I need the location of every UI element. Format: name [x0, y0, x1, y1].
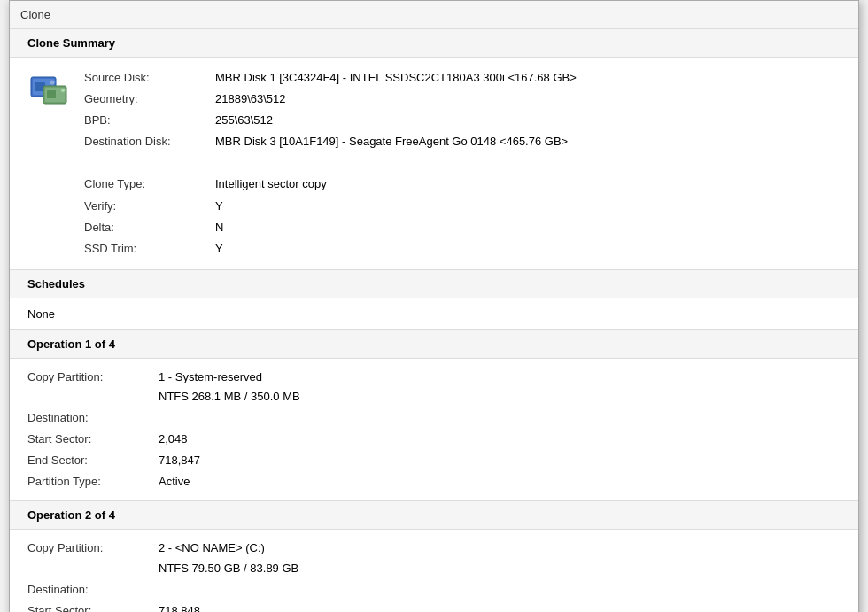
window-title: Clone: [20, 8, 50, 21]
schedules-header: Schedules: [10, 270, 858, 298]
op2-copy-partition-label: Copy Partition:: [27, 538, 151, 577]
verify-value: Y: [215, 197, 577, 216]
schedules-content: None: [10, 298, 858, 330]
op2-destination-value: [159, 580, 841, 600]
geometry-label: Geometry:: [84, 89, 208, 109]
op1-end-sector-label: End Sector:: [27, 451, 151, 470]
title-bar: Clone: [10, 1, 858, 29]
op1-destination-label: Destination:: [27, 408, 151, 428]
geometry-value: 21889\63\512: [215, 89, 577, 109]
svg-rect-7: [47, 90, 56, 98]
operation2-content: Copy Partition: 2 - <NO NAME> (C:) NTFS …: [10, 530, 858, 612]
operation1-content: Copy Partition: 1 - System-reserved NTFS…: [10, 359, 858, 502]
spacer-label: [84, 153, 208, 173]
op2-copy-partition-value: 2 - <NO NAME> (C:) NTFS 79.50 GB / 83.89…: [159, 538, 841, 577]
op1-end-sector-value: 718,847: [159, 451, 841, 470]
bpb-value: 255\63\512: [215, 111, 577, 130]
svg-point-8: [61, 89, 66, 93]
source-disk-value: MBR Disk 1 [3C4324F4] - INTEL SSDSC2CT18…: [215, 68, 577, 88]
op1-start-sector-value: 2,048: [159, 430, 841, 449]
op1-copy-partition-value: 1 - System-reserved NTFS 268.1 MB / 350.…: [159, 368, 841, 407]
clone-type-label: Clone Type:: [84, 174, 208, 194]
svg-point-3: [50, 80, 55, 85]
op2-destination-label: Destination:: [27, 580, 151, 600]
op1-start-sector-label: Start Sector:: [27, 430, 151, 449]
schedules-value: None: [27, 307, 55, 321]
ssd-trim-value: Y: [215, 239, 577, 259]
delta-value: N: [215, 218, 577, 237]
operation1-header: Operation 1 of 4: [10, 330, 858, 359]
disk-clone-icon: →: [27, 68, 70, 111]
op1-destination-value: [159, 408, 841, 428]
clone-summary-content: → Source Disk: MBR Disk 1 [3C4324F4] - I…: [10, 58, 858, 270]
op1-copy-partition-label: Copy Partition:: [27, 368, 151, 407]
bpb-label: BPB:: [84, 111, 208, 130]
main-window: Clone Clone Summary →: [9, 0, 859, 612]
destination-disk-label: Destination Disk:: [84, 132, 208, 151]
destination-disk-value: MBR Disk 3 [10A1F149] - Seagate FreeAgen…: [215, 132, 577, 151]
op1-partition-type-value: Active: [159, 472, 841, 492]
ssd-trim-label: SSD Trim:: [84, 239, 208, 259]
summary-info-grid: Source Disk: MBR Disk 1 [3C4324F4] - INT…: [84, 68, 577, 259]
clone-type-value: Intelligent sector copy: [215, 174, 577, 194]
op2-start-sector-label: Start Sector:: [27, 601, 151, 612]
content-scroll-area[interactable]: Clone Summary →: [10, 29, 858, 612]
operation2-header: Operation 2 of 4: [10, 501, 858, 530]
verify-label: Verify:: [84, 197, 208, 216]
op1-partition-type-label: Partition Type:: [27, 472, 151, 492]
op2-start-sector-value: 718,848: [159, 601, 841, 612]
delta-label: Delta:: [84, 218, 208, 237]
source-disk-label: Source Disk:: [84, 68, 208, 88]
clone-summary-header: Clone Summary: [10, 29, 858, 58]
